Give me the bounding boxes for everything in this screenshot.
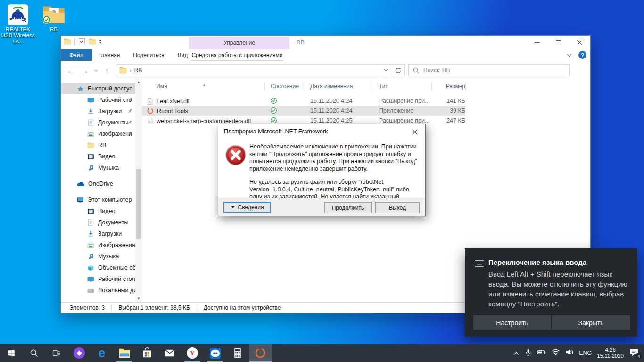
toast-configure-button[interactable]: Настроить [473,315,551,330]
breadcrumb[interactable]: › RB [119,67,377,74]
tab-file[interactable]: Файл [61,49,92,61]
continue-button[interactable]: Продолжить [324,202,372,213]
sidebar-item-label: Документы [98,219,128,226]
qat-new-folder-icon[interactable] [89,38,96,46]
taskbar-yandex-button[interactable]: Y [181,344,204,362]
breadcrumb-separator: › [130,67,132,73]
status-availability: Доступно на этом устройстве [204,304,281,311]
sidebar-item-pc-videos[interactable]: Видео [61,206,142,217]
taskbar-explorer-button[interactable] [113,344,136,362]
start-button[interactable] [0,344,23,362]
taskbar-store-button[interactable] [136,344,158,362]
tray-chevron-up-icon[interactable] [513,349,520,357]
taskbar-calculator-button[interactable] [226,344,249,362]
taskbar-edge-button[interactable]: e [91,344,113,362]
table-row-selected[interactable]: Rubot Tools 15.11.2020 4:24 Приложение 3… [142,106,465,116]
quick-access-toolbar: ▾ [64,38,101,46]
sidebar-item-local-disk[interactable]: Локальный дис [61,285,142,296]
videos-icon [87,208,94,215]
sidebar-item-pc-downloads[interactable]: Загрузки [61,228,142,239]
sidebar-item-label: Загрузки [98,108,122,115]
desktop-icon [87,97,94,104]
sidebar-item-videos[interactable]: Видео [61,151,142,162]
tab-share[interactable]: Поделиться [126,49,171,61]
taskbar-alice-button[interactable] [68,344,91,362]
microphone-icon[interactable] [525,348,532,358]
documents-icon [87,119,94,126]
desktop-icon-realtek[interactable]: REALTEK USB Wireless LA... [1,3,35,45]
desktop: REALTEK USB Wireless LA... RB ▾ Управлен… [0,0,644,362]
sidebar-item-pc-music[interactable]: Музыка [61,251,142,262]
taskbar-teamviewer-button[interactable] [204,344,226,362]
sidebar-item-desktop[interactable]: Рабочий сто [61,94,142,106]
recent-locations-icon[interactable] [94,67,98,74]
maximize-button[interactable] [548,36,569,49]
sidebar-item-pc-documents[interactable]: Документы [61,217,142,228]
toast-close-button[interactable]: Закрыть [552,315,630,330]
column-header-status[interactable]: Состояние [271,83,299,90]
forward-icon[interactable]: → [80,66,90,74]
sidebar-item-label: Этот компьютер [88,197,132,203]
battery-icon[interactable] [537,349,546,357]
desktop-icon-rb-folder[interactable]: RB [37,3,71,33]
address-bar[interactable]: › RB [116,64,380,76]
taskbar-search-button[interactable] [23,344,45,362]
file-name: Leaf.xNet.dll [157,98,189,105]
breadcrumb-folder[interactable]: RB [134,67,142,74]
sidebar-item-onedrive[interactable]: OneDrive [61,178,142,189]
scrollbar-thumb[interactable] [136,169,141,239]
downloads-icon [87,230,94,238]
dialog-close-icon[interactable] [409,127,421,137]
column-header-type[interactable]: Тип [379,83,388,90]
sidebar-item-music[interactable]: Музыка [61,162,142,173]
help-icon[interactable]: ? [578,51,586,59]
music-icon [87,165,94,172]
close-button[interactable] [569,36,590,49]
file-name: Rubot Tools [157,108,188,115]
action-center-button[interactable]: 4 [629,348,640,358]
details-button[interactable]: Сведения [223,202,271,213]
up-icon[interactable]: ↑ [102,66,112,74]
scroll-up-icon[interactable]: ▲ [135,79,142,86]
wifi-icon[interactable] [552,349,560,357]
sidebar-item-quick-access[interactable]: Быстрый доступ [61,83,142,94]
column-headers: ▲ Имя Состояние Дата изменения Тип Разме… [142,81,590,92]
taskbar-mail-button[interactable] [158,344,181,362]
sidebar-item-documents[interactable]: Документы [61,117,142,128]
refresh-icon[interactable] [392,64,405,76]
sidebar-scrollbar[interactable]: ▲ ▼ [135,79,142,302]
qat-customize-icon[interactable]: ▾ [99,40,101,44]
pin-icon [127,120,132,126]
sidebar-item-pc-desktop[interactable]: Рабочий стол [61,273,142,285]
ribbon-collapse-icon[interactable] [567,52,572,58]
table-row[interactable]: Leaf.xNet.dll 15.11.2020 4:24 Расширение… [142,96,590,106]
quit-button[interactable]: Выход [375,202,420,213]
quick-access-star-icon [77,85,84,92]
volume-icon[interactable] [565,349,574,357]
column-header-size[interactable]: Размер [437,83,465,90]
clock-time: 4:26 [605,347,615,353]
clock[interactable]: 4:26 15.11.2020 [597,347,624,359]
sidebar-item-3d-objects[interactable]: Объемные объ [61,262,142,273]
column-header-name[interactable]: Имя [156,83,167,90]
search-input[interactable]: Поиск: RB [408,64,570,76]
tab-home[interactable]: Главная [92,49,127,61]
notification-badge: 4 [636,353,642,359]
language-indicator[interactable]: ENG [579,350,592,356]
tab-application-tools[interactable]: Средства работы с приложениями [191,49,283,61]
qat-properties-icon[interactable] [78,38,85,46]
sidebar-item-label: Видео [98,153,116,160]
sidebar-item-pictures[interactable]: Изображени [61,128,142,140]
sidebar-item-downloads[interactable]: Загрузки [61,106,142,117]
task-view-button[interactable] [45,344,68,362]
sidebar-item-this-pc[interactable]: Этот компьютер [61,194,142,206]
address-dropdown-icon[interactable] [380,64,392,76]
column-header-date[interactable]: Дата изменения [310,83,353,90]
sidebar-item-rb[interactable]: RB [61,140,142,151]
sidebar-item-pc-pictures[interactable]: Изображения [61,239,142,251]
back-icon[interactable]: ← [66,66,76,74]
minimize-button[interactable] [527,36,548,49]
system-tray: ENG 4:26 15.11.2020 4 [513,344,644,362]
scroll-down-icon[interactable]: ▼ [135,296,142,302]
taskbar-rubot-button[interactable] [249,344,272,362]
